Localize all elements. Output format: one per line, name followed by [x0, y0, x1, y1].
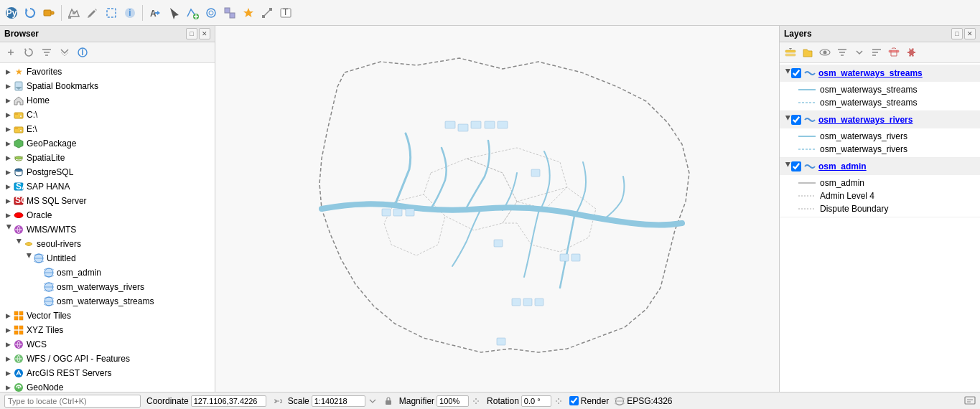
oracle-label: Oracle: [27, 210, 52, 220]
select-icon[interactable]: [103, 4, 120, 22]
layers-expand-btn[interactable]: [851, 44, 867, 60]
rotation-value-input[interactable]: [521, 395, 551, 407]
home-label: Home: [27, 95, 50, 105]
layers-visibility-btn[interactable]: [817, 44, 833, 60]
layer-group-header-osm-waterways-rivers[interactable]: ▶ osm_waterways_rivers: [780, 111, 980, 128]
tree-item-saphana[interactable]: ▶ SAP SAP HANA: [0, 179, 215, 194]
layer-sub-osm-admin: osm_admin Admin Level 4 Dispute Boundary: [780, 175, 980, 217]
layer-sub-item-rivers-2: osm_waterways_rivers: [797, 144, 974, 155]
tree-item-seoul-rivers[interactable]: ▶ seoul-rivers: [0, 237, 215, 251]
layer-type-icon-osm-waterways-streams: [803, 67, 816, 80]
browser-info-btn[interactable]: i: [75, 44, 90, 60]
tree-item-wms-wmts[interactable]: ▶ WMS/WMTS: [0, 222, 215, 237]
locate-search-input[interactable]: [4, 395, 141, 408]
svg-rect-47: [19, 331, 23, 334]
layers-add-layer-btn[interactable]: [783, 44, 798, 60]
tree-item-oracle[interactable]: ▶ Oracle: [0, 208, 215, 222]
add-part-icon[interactable]: [221, 4, 238, 22]
cursor-tool-icon[interactable]: [165, 4, 182, 22]
svg-rect-45: [19, 326, 23, 329]
star-bookmark-icon[interactable]: [240, 4, 257, 22]
scale-dropdown-icon[interactable]: [368, 396, 378, 406]
edit-icon[interactable]: [84, 4, 101, 22]
layers-close-btn[interactable]: ✕: [964, 28, 976, 39]
messages-btn[interactable]: [964, 395, 976, 407]
tree-item-geopackage[interactable]: ▶ GeoPackage: [0, 136, 215, 151]
tree-item-spatialite[interactable]: ▶ SpatiaLite: [0, 151, 215, 165]
rotation-spinner-icon[interactable]: [554, 396, 564, 406]
browser-minimize-btn[interactable]: □: [186, 28, 197, 39]
render-checkbox[interactable]: [569, 396, 579, 405]
text-annotation-icon[interactable]: T: [277, 4, 294, 22]
identify-icon[interactable]: i: [121, 4, 139, 22]
svg-text:SQL: SQL: [15, 196, 24, 205]
layers-remove-btn[interactable]: [886, 44, 902, 60]
layer-visibility-osm-admin[interactable]: [791, 161, 801, 171]
browser-refresh-btn[interactable]: [21, 44, 37, 60]
layer-sub-label-rivers-1: osm_waterways_rivers: [820, 131, 907, 141]
tree-item-wcs[interactable]: ▶ WCS: [0, 337, 215, 352]
tree-item-vector-tiles[interactable]: ▶ Vector Tiles: [0, 309, 215, 323]
tree-item-xyz-tiles[interactable]: ▶ XYZ Tiles: [0, 323, 215, 337]
add-ring-icon[interactable]: [202, 4, 220, 22]
layers-minimize-btn[interactable]: □: [951, 28, 963, 39]
layer-visibility-osm-waterways-rivers[interactable]: [791, 115, 801, 125]
browser-add-btn[interactable]: [3, 44, 19, 60]
layer-sub-label-admin-1: osm_admin: [820, 178, 864, 188]
vertex-icon[interactable]: [258, 4, 276, 22]
wcs-icon: [13, 339, 24, 350]
map-canvas[interactable]: [215, 26, 779, 392]
coordinate-value-input[interactable]: [191, 395, 266, 407]
svg-text:SAP: SAP: [16, 182, 24, 192]
oracle-icon: [13, 210, 24, 221]
layers-panel-header: Layers □ ✕: [780, 26, 980, 42]
tree-item-geonode[interactable]: ▶ GeoNode: [0, 380, 215, 392]
svg-point-12: [209, 11, 213, 15]
tree-item-home[interactable]: ▶ Home: [0, 93, 215, 108]
svg-point-34: [14, 213, 23, 218]
layer-name-osm-waterways-streams: osm_waterways_streams: [818, 68, 923, 78]
tree-item-arcgis-rest[interactable]: ▶ ArcGIS REST Servers: [0, 366, 215, 380]
tree-item-wfs-ogc[interactable]: ▶ WFS / OGC API - Features: [0, 352, 215, 366]
layers-sort-btn[interactable]: [869, 44, 885, 60]
spatial-bookmarks-label: Spatial Bookmarks: [27, 81, 98, 91]
python-icon[interactable]: Py: [3, 4, 20, 22]
magnifier-value-input[interactable]: [437, 395, 469, 407]
scale-value-input[interactable]: [312, 395, 365, 407]
svg-rect-58: [498, 121, 508, 128]
tree-item-favorites[interactable]: ▶ ★ Favorites: [0, 65, 215, 79]
browser-collapse-btn[interactable]: [57, 44, 73, 60]
tree-item-mssql[interactable]: ▶ SQL MS SQL Server: [0, 194, 215, 208]
epsg-field[interactable]: EPSG:4326: [615, 396, 672, 406]
tree-item-e-drive[interactable]: ▶ E:\: [0, 122, 215, 136]
layer-name-osm-admin: osm_admin: [818, 161, 867, 171]
refresh-icon[interactable]: [22, 4, 39, 22]
magnifier-spinner-icon[interactable]: [471, 396, 481, 406]
layer-visibility-osm-waterways-streams[interactable]: [791, 68, 801, 78]
tree-item-osm-waterways-streams[interactable]: ▶ osm_waterways_streams: [0, 294, 215, 309]
layers-settings-btn[interactable]: [903, 44, 919, 60]
tree-item-untitled[interactable]: ▶ Untitled: [0, 251, 215, 265]
layer-group-header-osm-waterways-streams[interactable]: ▶ osm_waterways_streams: [780, 65, 980, 82]
tree-item-postgresql[interactable]: ▶ PostgreSQL: [0, 165, 215, 179]
tree-item-osm-admin[interactable]: ▶ osm_admin: [0, 265, 215, 280]
wfs-icon: [13, 353, 24, 365]
layer-group-header-osm-admin[interactable]: ▶ osm_admin: [780, 158, 980, 175]
browser-filter-btn[interactable]: [39, 44, 55, 60]
layers-open-layer-btn[interactable]: [800, 44, 816, 60]
layers-filter-btn[interactable]: [834, 44, 850, 60]
svg-rect-82: [386, 400, 391, 405]
osm-waterways-streams-icon: [43, 296, 55, 307]
tree-item-osm-waterways-rivers[interactable]: ▶ osm_waterways_rivers: [0, 280, 215, 294]
tree-item-spatial-bookmarks[interactable]: ▶ Spatial Bookmarks: [0, 79, 215, 93]
rotation-field: Rotation: [487, 395, 564, 407]
browser-close-btn[interactable]: ✕: [199, 28, 210, 39]
digitize-icon[interactable]: [65, 4, 83, 22]
plugin-icon[interactable]: [40, 4, 57, 22]
add-geometry-icon[interactable]: [184, 4, 201, 22]
layer-swatch-rivers-2: [797, 144, 817, 154]
label-tool-icon[interactable]: A: [146, 4, 164, 22]
tree-item-c-drive[interactable]: ▶ C:\: [0, 108, 215, 122]
separator-2: [142, 5, 143, 21]
arcgis-icon: [13, 367, 24, 379]
